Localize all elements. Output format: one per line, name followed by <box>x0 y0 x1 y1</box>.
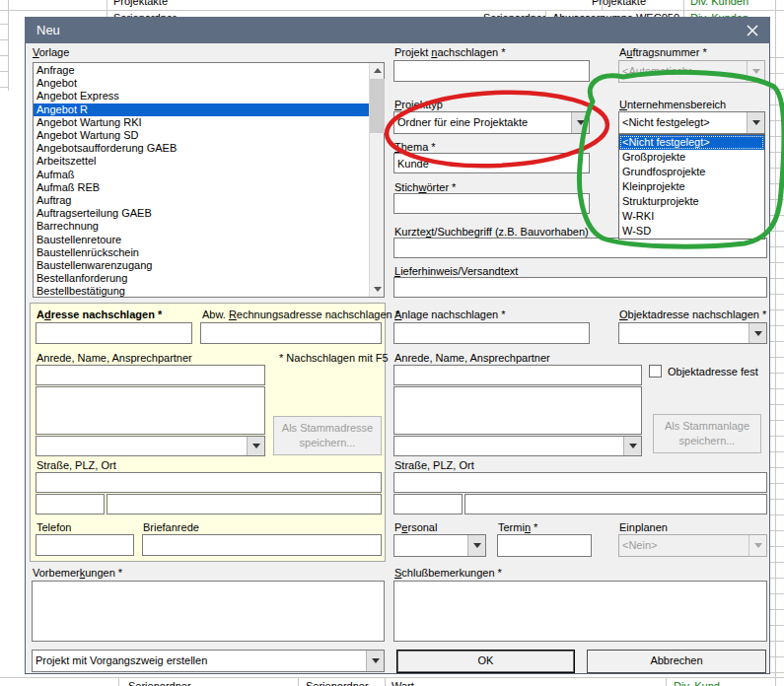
schlussbemerkungen-textarea[interactable] <box>393 581 767 642</box>
grid-line <box>0 39 8 40</box>
plz-input-right[interactable] <box>393 494 463 514</box>
ok-button[interactable]: OK <box>396 650 575 673</box>
anrede-input-right[interactable] <box>393 365 642 385</box>
telefon-input[interactable] <box>36 534 134 556</box>
auftragsnummer-value: <Automatisch> <box>619 65 747 78</box>
grid-line <box>385 678 386 686</box>
objektadresse-combo[interactable] <box>618 322 767 344</box>
vorlage-list-item[interactable]: Angebot Wartung SD <box>34 129 369 142</box>
dropdown-arrow-icon[interactable] <box>571 112 589 133</box>
dropdown-arrow-icon[interactable] <box>366 651 384 671</box>
objektadresse-fest-label: Objektadresse fest <box>668 366 758 378</box>
grid-line <box>0 87 8 88</box>
dropdown-option[interactable]: Strukturprojekte <box>619 194 764 209</box>
vorlage-listbox[interactable]: AnfrageAngebotAngebot ExpressAngebot RAn… <box>33 62 385 298</box>
grid-line <box>545 10 546 17</box>
objektadresse-fest-checkbox[interactable] <box>649 365 662 377</box>
dropdown-arrow-icon[interactable] <box>467 535 485 556</box>
vorlage-scrollbar[interactable] <box>369 63 384 297</box>
strasse-input-right[interactable] <box>393 472 767 493</box>
grid-line <box>683 0 684 17</box>
vorbemerkungen-textarea[interactable] <box>32 581 385 642</box>
scrollbar-up-button[interactable] <box>370 63 385 78</box>
ort-input-right[interactable] <box>464 494 767 514</box>
vorlage-list-item[interactable]: Angebotsaufforderung GAEB <box>34 142 369 155</box>
anrede-textarea-right[interactable] <box>393 386 642 435</box>
projekt-nachschlagen-label: Projekt nachschlagen * <box>394 46 506 59</box>
strasse-input-left[interactable] <box>36 472 382 493</box>
dropdown-arrow-icon <box>748 535 766 556</box>
termin-input[interactable] <box>497 534 592 557</box>
stammanlage-speichern-button[interactable]: Als Stammanlage speichern... <box>653 414 761 453</box>
scrollbar-down-button[interactable] <box>370 282 385 297</box>
scrollbar-thumb[interactable] <box>370 79 385 133</box>
vorlage-list-item[interactable]: Anfrage <box>34 64 369 77</box>
dropdown-option[interactable]: W-RKI <box>619 209 764 224</box>
ort-input-left[interactable] <box>107 494 382 514</box>
vorlage-list-item[interactable]: Aufmaß REB <box>34 181 369 194</box>
bg-table-rows <box>770 42 784 674</box>
vorlage-list-item[interactable]: Barrechnung <box>34 220 369 233</box>
grid-line <box>118 678 119 686</box>
dropdown-arrow-icon[interactable] <box>747 112 764 133</box>
vorlage-list-item[interactable]: Auftragserteilung GAEB <box>34 207 369 220</box>
dropdown-arrow-icon[interactable] <box>623 437 641 455</box>
stichwoerter-input[interactable] <box>393 193 590 214</box>
vorlage-list-item[interactable]: Arbeitszettel <box>34 155 369 168</box>
unternehmensbereich-label: Unternehmensbereich <box>619 99 726 111</box>
bg-cell: Projektakte <box>113 0 168 8</box>
abw-rechnungsadresse-label: Abw. Rechnungsadresse nachschlagen * <box>202 309 399 321</box>
vorlage-list-item[interactable]: Auftrag <box>34 194 369 207</box>
anrede-textarea-left[interactable] <box>36 386 265 435</box>
anlage-nachschlagen-label: Anlage nachschlagen * <box>394 309 506 321</box>
unternehmensbereich-dropdown[interactable]: <Nicht festgelegt>GroßprojekteGrundfospr… <box>618 134 765 240</box>
arrow-down-icon <box>374 287 382 292</box>
strasse-label-left: Straße, PLZ, Ort <box>36 459 116 472</box>
unternehmensbereich-combo[interactable]: <Nicht festgelegt> <box>618 111 765 134</box>
briefanrede-label: Briefanrede <box>143 521 199 534</box>
thema-input[interactable] <box>393 153 590 173</box>
projekt-nachschlagen-input[interactable] <box>393 60 590 82</box>
vorlage-list-item[interactable]: Baustellenrückschein <box>34 246 369 259</box>
lieferhinweis-input[interactable] <box>393 277 767 298</box>
vorlage-list-item[interactable]: Bestellbestätigung <box>34 285 369 297</box>
telefon-label: Telefon <box>36 521 71 534</box>
briefanrede-input[interactable] <box>142 534 382 556</box>
einplanen-combo: <Nein> <box>618 534 767 557</box>
stammadresse-speichern-button[interactable]: Als Stammadresse speichern... <box>273 416 382 455</box>
anlage-nachschlagen-input[interactable] <box>393 322 590 344</box>
vorgangszweig-combo[interactable]: Projekt mit Vorgangszweig erstellen <box>32 650 385 672</box>
dropdown-option[interactable]: Großprojekte <box>619 150 764 165</box>
anrede-label-left: Anrede, Name, Ansprechpartner <box>36 352 192 365</box>
adresse-nachschlagen-input[interactable] <box>36 322 192 344</box>
vorgangszweig-value: Projekt mit Vorgangszweig erstellen <box>33 654 366 667</box>
vorlage-list-item[interactable]: Angebot R <box>34 103 369 116</box>
dropdown-arrow-icon[interactable] <box>748 323 766 343</box>
dropdown-option[interactable]: W-SD <box>619 224 764 239</box>
anrede-label-right: Anrede, Name, Ansprechpartner <box>394 352 550 365</box>
vorlage-list-item[interactable]: Angebot <box>34 77 369 90</box>
vorlage-list-item[interactable]: Baustellenretoure <box>34 234 369 246</box>
auftragsnummer-label: Auftragsnummer * <box>619 46 707 59</box>
abw-rechnungsadresse-input[interactable] <box>200 322 382 344</box>
anrede-combo-right[interactable] <box>393 436 642 456</box>
anrede-input-left[interactable] <box>36 365 265 385</box>
vorlage-list-item[interactable]: Aufmaß <box>34 169 369 181</box>
projekttyp-combo[interactable]: Ordner für eine Projektakte <box>393 111 590 134</box>
dropdown-arrow-icon[interactable] <box>247 437 264 455</box>
grid-line <box>107 0 107 17</box>
dropdown-option[interactable]: <Nicht festgelegt> <box>619 135 764 150</box>
vorlage-list-item[interactable]: Angebot Wartung RKI <box>34 116 369 129</box>
plz-input-left[interactable] <box>36 494 105 514</box>
kurztext-input[interactable] <box>393 238 767 258</box>
vorlage-list-item[interactable]: Bestellanforderung <box>34 272 369 285</box>
grid-line <box>666 678 667 686</box>
abbrechen-button[interactable]: Abbrechen <box>587 650 766 673</box>
vorlage-list-item[interactable]: Angebot Express <box>34 90 369 103</box>
anrede-combo-left[interactable] <box>36 436 265 456</box>
dropdown-option[interactable]: Grundfosprojekte <box>619 165 764 179</box>
personal-combo[interactable] <box>393 534 486 557</box>
dropdown-option[interactable]: Kleinprojekte <box>619 179 764 194</box>
vorlage-list-item[interactable]: Baustellenwarenzugang <box>34 259 369 272</box>
close-button[interactable] <box>745 23 760 38</box>
